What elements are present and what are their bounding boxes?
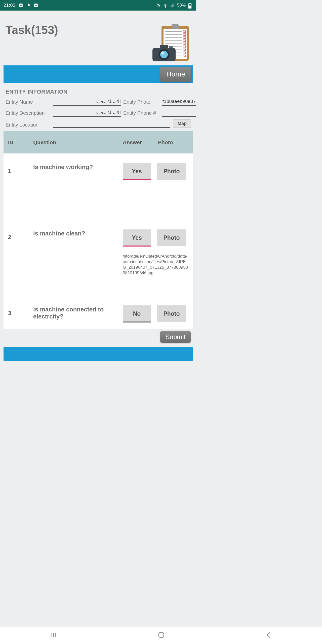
question-text: is machine clean? [33,229,123,276]
photo-button[interactable]: Photo [157,305,186,322]
entity-photo-field[interactable] [162,98,196,106]
svg-rect-35 [169,46,173,48]
clipboard-camera-icon [150,23,191,62]
svg-rect-8 [173,4,174,7]
battery-percent: 58% [177,3,186,8]
col-question: Question [33,139,123,145]
entity-location-label: Entity Location [6,122,51,128]
title-row: Task(153) [0,11,196,65]
svg-rect-7 [173,5,173,7]
svg-rect-5 [171,6,171,7]
entity-phone-label: Entity Phone # [123,110,160,116]
entity-info-grid: Entity Name Entity Photo Entity Descript… [0,98,196,117]
photo-path: /storage/emulated/0/Android/data/com.ins… [123,254,188,276]
entity-location-field[interactable] [53,120,170,128]
col-answer: Answer [123,139,158,145]
col-photo: Photo [158,139,188,145]
status-bar: 21:02 58% [0,0,196,11]
alarm-icon [156,3,160,8]
photo-button[interactable]: Photo [157,163,186,180]
photo-button[interactable]: Photo [157,229,186,246]
entity-name-field[interactable] [53,98,121,106]
flame-icon [26,3,31,8]
home-button[interactable]: Home [160,67,191,82]
submit-row: Submit [0,329,196,345]
signal-icon [170,3,175,8]
entity-name-label: Entity Name [6,99,51,105]
entity-phone-field[interactable] [162,109,196,117]
question-row: 2 is machine clean? Yes Photo /storage/e… [4,220,193,296]
question-id: 2 [8,229,33,276]
entity-desc-label: Entity Description [6,110,51,116]
submit-button[interactable]: Submit [160,331,191,343]
page-title: Task(153) [6,23,58,37]
question-text: is machine connected to electrcity? [33,305,123,322]
battery-icon [188,3,193,8]
svg-rect-0 [19,4,23,7]
entity-location-row: Entity Location Map [0,120,196,128]
questions-list: 1 Is machine working? Yes Photo 2 is mac… [4,153,193,329]
svg-rect-6 [172,5,172,7]
question-row: 3 is machine connected to electrcity? No… [4,296,193,329]
question-row: 1 Is machine working? Yes Photo [4,153,193,220]
task-title-bar: Home [4,65,193,83]
section-title: ENTITY INFORMATION [6,89,196,95]
svg-rect-11 [189,6,191,8]
check-icon [34,3,38,8]
gallery-icon [19,3,23,8]
entity-photo-label: Entity Photo [123,99,160,105]
entity-desc-field[interactable] [53,109,121,117]
task-title-input[interactable] [22,74,158,74]
svg-point-37 [160,51,168,58]
svg-rect-2 [34,4,38,7]
question-id: 1 [8,163,33,180]
map-button[interactable]: Map [173,119,191,128]
question-id: 3 [8,305,33,322]
footer-bar [4,347,193,361]
status-time: 21:02 [4,3,16,8]
col-id: ID [8,139,33,145]
answer-button[interactable]: No [123,305,151,322]
svg-point-4 [165,7,166,8]
answer-button[interactable]: Yes [123,163,151,180]
svg-rect-14 [172,24,179,29]
wifi-icon [163,3,168,8]
answer-button[interactable]: Yes [123,229,151,246]
questions-header: ID Question Answer Photo [4,131,193,153]
svg-point-38 [161,52,164,55]
svg-rect-34 [160,45,168,49]
question-text: Is machine working? [33,163,123,180]
